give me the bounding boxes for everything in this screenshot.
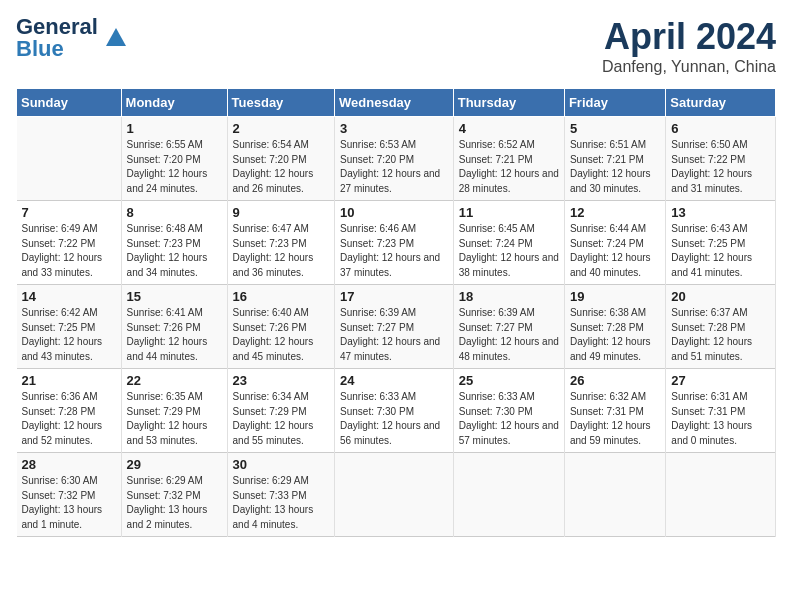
day-number: 10 [340, 205, 448, 220]
calendar-cell: 15Sunrise: 6:41 AMSunset: 7:26 PMDayligh… [121, 285, 227, 369]
day-number: 17 [340, 289, 448, 304]
calendar-week-row: 1Sunrise: 6:55 AMSunset: 7:20 PMDaylight… [17, 117, 776, 201]
calendar-cell [453, 453, 564, 537]
day-number: 5 [570, 121, 660, 136]
cell-info: Sunrise: 6:47 AMSunset: 7:23 PMDaylight:… [233, 222, 329, 280]
calendar-cell: 25Sunrise: 6:33 AMSunset: 7:30 PMDayligh… [453, 369, 564, 453]
logo: General Blue [16, 16, 130, 60]
day-number: 19 [570, 289, 660, 304]
cell-info: Sunrise: 6:37 AMSunset: 7:28 PMDaylight:… [671, 306, 770, 364]
day-number: 11 [459, 205, 559, 220]
calendar-cell: 4Sunrise: 6:52 AMSunset: 7:21 PMDaylight… [453, 117, 564, 201]
day-number: 20 [671, 289, 770, 304]
cell-info: Sunrise: 6:39 AMSunset: 7:27 PMDaylight:… [340, 306, 448, 364]
cell-info: Sunrise: 6:29 AMSunset: 7:32 PMDaylight:… [127, 474, 222, 532]
cell-info: Sunrise: 6:46 AMSunset: 7:23 PMDaylight:… [340, 222, 448, 280]
day-number: 9 [233, 205, 329, 220]
cell-info: Sunrise: 6:31 AMSunset: 7:31 PMDaylight:… [671, 390, 770, 448]
header-cell-sunday: Sunday [17, 89, 122, 117]
day-number: 25 [459, 373, 559, 388]
calendar-cell: 20Sunrise: 6:37 AMSunset: 7:28 PMDayligh… [666, 285, 776, 369]
calendar-cell: 17Sunrise: 6:39 AMSunset: 7:27 PMDayligh… [335, 285, 454, 369]
calendar-cell: 14Sunrise: 6:42 AMSunset: 7:25 PMDayligh… [17, 285, 122, 369]
calendar-cell: 10Sunrise: 6:46 AMSunset: 7:23 PMDayligh… [335, 201, 454, 285]
cell-info: Sunrise: 6:53 AMSunset: 7:20 PMDaylight:… [340, 138, 448, 196]
cell-info: Sunrise: 6:41 AMSunset: 7:26 PMDaylight:… [127, 306, 222, 364]
cell-info: Sunrise: 6:55 AMSunset: 7:20 PMDaylight:… [127, 138, 222, 196]
calendar-cell: 23Sunrise: 6:34 AMSunset: 7:29 PMDayligh… [227, 369, 334, 453]
cell-info: Sunrise: 6:52 AMSunset: 7:21 PMDaylight:… [459, 138, 559, 196]
calendar-cell: 30Sunrise: 6:29 AMSunset: 7:33 PMDayligh… [227, 453, 334, 537]
calendar-cell: 29Sunrise: 6:29 AMSunset: 7:32 PMDayligh… [121, 453, 227, 537]
calendar-cell: 12Sunrise: 6:44 AMSunset: 7:24 PMDayligh… [564, 201, 665, 285]
day-number: 14 [22, 289, 116, 304]
cell-info: Sunrise: 6:44 AMSunset: 7:24 PMDaylight:… [570, 222, 660, 280]
day-number: 28 [22, 457, 116, 472]
header-cell-saturday: Saturday [666, 89, 776, 117]
day-number: 8 [127, 205, 222, 220]
calendar-cell: 21Sunrise: 6:36 AMSunset: 7:28 PMDayligh… [17, 369, 122, 453]
cell-info: Sunrise: 6:39 AMSunset: 7:27 PMDaylight:… [459, 306, 559, 364]
calendar-cell: 2Sunrise: 6:54 AMSunset: 7:20 PMDaylight… [227, 117, 334, 201]
calendar-body: 1Sunrise: 6:55 AMSunset: 7:20 PMDaylight… [17, 117, 776, 537]
day-number: 27 [671, 373, 770, 388]
day-number: 3 [340, 121, 448, 136]
day-number: 13 [671, 205, 770, 220]
cell-info: Sunrise: 6:40 AMSunset: 7:26 PMDaylight:… [233, 306, 329, 364]
cell-info: Sunrise: 6:50 AMSunset: 7:22 PMDaylight:… [671, 138, 770, 196]
day-number: 23 [233, 373, 329, 388]
day-number: 30 [233, 457, 329, 472]
cell-info: Sunrise: 6:34 AMSunset: 7:29 PMDaylight:… [233, 390, 329, 448]
calendar-cell [335, 453, 454, 537]
calendar-cell: 8Sunrise: 6:48 AMSunset: 7:23 PMDaylight… [121, 201, 227, 285]
day-number: 1 [127, 121, 222, 136]
calendar-cell: 13Sunrise: 6:43 AMSunset: 7:25 PMDayligh… [666, 201, 776, 285]
calendar-cell [666, 453, 776, 537]
calendar-cell: 9Sunrise: 6:47 AMSunset: 7:23 PMDaylight… [227, 201, 334, 285]
calendar-cell: 22Sunrise: 6:35 AMSunset: 7:29 PMDayligh… [121, 369, 227, 453]
header-cell-thursday: Thursday [453, 89, 564, 117]
cell-info: Sunrise: 6:48 AMSunset: 7:23 PMDaylight:… [127, 222, 222, 280]
calendar-week-row: 7Sunrise: 6:49 AMSunset: 7:22 PMDaylight… [17, 201, 776, 285]
calendar-cell: 11Sunrise: 6:45 AMSunset: 7:24 PMDayligh… [453, 201, 564, 285]
logo-icon [102, 24, 130, 52]
day-number: 18 [459, 289, 559, 304]
header: General Blue April 2024 Danfeng, Yunnan,… [16, 16, 776, 76]
calendar-cell: 16Sunrise: 6:40 AMSunset: 7:26 PMDayligh… [227, 285, 334, 369]
calendar-cell: 19Sunrise: 6:38 AMSunset: 7:28 PMDayligh… [564, 285, 665, 369]
calendar-week-row: 14Sunrise: 6:42 AMSunset: 7:25 PMDayligh… [17, 285, 776, 369]
header-cell-friday: Friday [564, 89, 665, 117]
logo-blue: Blue [16, 38, 98, 60]
svg-marker-0 [106, 28, 126, 46]
cell-info: Sunrise: 6:32 AMSunset: 7:31 PMDaylight:… [570, 390, 660, 448]
logo-general: General [16, 16, 98, 38]
calendar-cell: 28Sunrise: 6:30 AMSunset: 7:32 PMDayligh… [17, 453, 122, 537]
day-number: 7 [22, 205, 116, 220]
cell-info: Sunrise: 6:42 AMSunset: 7:25 PMDaylight:… [22, 306, 116, 364]
day-number: 15 [127, 289, 222, 304]
day-number: 22 [127, 373, 222, 388]
cell-info: Sunrise: 6:30 AMSunset: 7:32 PMDaylight:… [22, 474, 116, 532]
title-area: April 2024 Danfeng, Yunnan, China [602, 16, 776, 76]
location-title: Danfeng, Yunnan, China [602, 58, 776, 76]
calendar-cell: 24Sunrise: 6:33 AMSunset: 7:30 PMDayligh… [335, 369, 454, 453]
cell-info: Sunrise: 6:54 AMSunset: 7:20 PMDaylight:… [233, 138, 329, 196]
cell-info: Sunrise: 6:51 AMSunset: 7:21 PMDaylight:… [570, 138, 660, 196]
cell-info: Sunrise: 6:38 AMSunset: 7:28 PMDaylight:… [570, 306, 660, 364]
calendar-cell: 26Sunrise: 6:32 AMSunset: 7:31 PMDayligh… [564, 369, 665, 453]
cell-info: Sunrise: 6:35 AMSunset: 7:29 PMDaylight:… [127, 390, 222, 448]
cell-info: Sunrise: 6:36 AMSunset: 7:28 PMDaylight:… [22, 390, 116, 448]
calendar-cell [564, 453, 665, 537]
cell-info: Sunrise: 6:45 AMSunset: 7:24 PMDaylight:… [459, 222, 559, 280]
month-title: April 2024 [602, 16, 776, 58]
calendar-week-row: 28Sunrise: 6:30 AMSunset: 7:32 PMDayligh… [17, 453, 776, 537]
cell-info: Sunrise: 6:33 AMSunset: 7:30 PMDaylight:… [459, 390, 559, 448]
calendar-table: SundayMondayTuesdayWednesdayThursdayFrid… [16, 88, 776, 537]
header-cell-monday: Monday [121, 89, 227, 117]
cell-info: Sunrise: 6:43 AMSunset: 7:25 PMDaylight:… [671, 222, 770, 280]
day-number: 26 [570, 373, 660, 388]
calendar-cell: 3Sunrise: 6:53 AMSunset: 7:20 PMDaylight… [335, 117, 454, 201]
calendar-cell: 27Sunrise: 6:31 AMSunset: 7:31 PMDayligh… [666, 369, 776, 453]
calendar-cell: 1Sunrise: 6:55 AMSunset: 7:20 PMDaylight… [121, 117, 227, 201]
day-number: 12 [570, 205, 660, 220]
